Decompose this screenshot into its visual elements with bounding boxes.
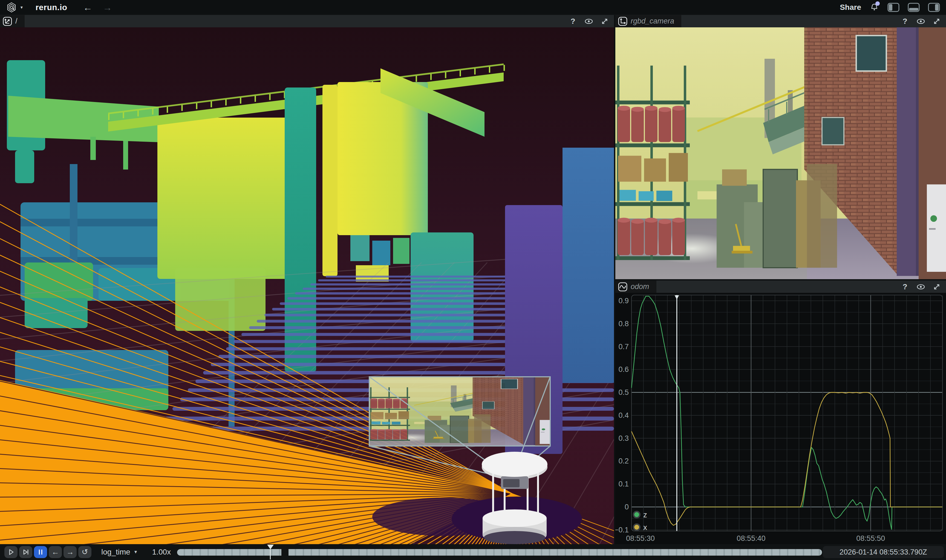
spatial-3d-viewport[interactable] xyxy=(0,27,614,544)
y-tick-label: 0.1 xyxy=(618,480,629,488)
next-time-button[interactable]: → xyxy=(63,546,77,558)
previous-time-button[interactable]: ← xyxy=(49,546,62,558)
timeline-scrubber[interactable] xyxy=(267,545,274,560)
y-tick-label: 0.8 xyxy=(618,320,629,328)
share-button[interactable]: Share xyxy=(840,3,861,12)
toggle-right-panel-button[interactable] xyxy=(928,3,940,12)
spatial-view-panel: / ? xyxy=(0,15,614,544)
step-forward-icon xyxy=(22,548,30,557)
y-tick-label: 0.3 xyxy=(618,434,629,442)
timeline-selector[interactable]: log_time ▼ xyxy=(101,548,138,557)
pause-icon xyxy=(36,548,45,557)
maximize-icon[interactable] xyxy=(600,17,609,26)
spatial-title: / xyxy=(15,17,17,25)
arrow-left-icon: ← xyxy=(51,548,59,556)
scrubber-handle xyxy=(267,545,274,549)
x-tick-label: 08:55:50 xyxy=(856,534,885,543)
help-icon[interactable]: ? xyxy=(568,17,577,26)
legend-swatch-x[interactable] xyxy=(634,524,640,531)
legend-label-x[interactable]: x xyxy=(643,523,647,532)
tab-spatial-root[interactable]: / xyxy=(0,15,25,27)
maximize-icon[interactable] xyxy=(932,17,941,26)
timeline-track[interactable] xyxy=(177,549,822,555)
camera-panel: rgbd_camera ? xyxy=(615,15,946,279)
spatial-tabbar: / ? xyxy=(0,15,614,27)
visibility-eye-icon[interactable] xyxy=(585,17,593,26)
y-tick-label: 0.5 xyxy=(618,388,629,397)
loop-icon: ↺ xyxy=(82,548,88,556)
back-arrow-icon[interactable]: ← xyxy=(80,3,95,12)
y-tick-label: 0.7 xyxy=(618,343,629,351)
help-icon[interactable]: ? xyxy=(901,283,909,291)
legend-label-z[interactable]: z xyxy=(643,511,647,519)
camera-image-viewport[interactable] xyxy=(615,27,946,279)
plot-grid xyxy=(631,295,943,531)
pause-button[interactable] xyxy=(34,546,47,558)
playback-speed[interactable]: 1.00x xyxy=(152,548,171,557)
y-tick-label: 0 xyxy=(625,503,629,511)
toggle-left-panel-button[interactable] xyxy=(887,3,900,12)
image-view-icon xyxy=(618,17,627,26)
plot-legend: zx xyxy=(634,511,647,532)
camera-title: rgbd_camera xyxy=(631,17,674,25)
chevron-down-icon: ▼ xyxy=(20,5,23,9)
app-title: rerun.io xyxy=(35,3,67,12)
maximize-icon[interactable] xyxy=(932,283,941,291)
y-tick-label: −0.1 xyxy=(615,526,629,534)
play-icon xyxy=(6,548,15,557)
notification-dot xyxy=(875,2,880,6)
odom-plot-area[interactable]: 0.90.80.70.60.50.40.30.20.10−0.108:55:30… xyxy=(615,293,946,544)
rgbd-camera-image xyxy=(615,27,946,279)
loop-button[interactable]: ↺ xyxy=(78,546,91,558)
visibility-eye-icon[interactable] xyxy=(917,283,925,291)
tab-rgbd-camera[interactable]: rgbd_camera xyxy=(615,15,681,27)
x-tick-label: 08:55:30 xyxy=(626,534,655,543)
arrow-right-icon: → xyxy=(66,548,74,556)
timeline-name: log_time xyxy=(101,548,130,557)
current-timestamp[interactable]: 2026-01-14 08:55:33.790Z xyxy=(823,546,944,558)
legend-swatch-z[interactable] xyxy=(634,512,640,518)
visibility-eye-icon[interactable] xyxy=(917,17,925,26)
tab-odom[interactable]: odom xyxy=(615,280,656,293)
step-forward-button[interactable] xyxy=(19,546,32,558)
timeline-track-gap xyxy=(281,548,289,557)
forward-arrow-icon[interactable]: → xyxy=(100,3,115,12)
plot-title: odom xyxy=(631,283,649,291)
y-tick-label: 0.9 xyxy=(618,297,629,305)
top-bar: ▼ rerun.io ← → Share xyxy=(0,0,946,15)
timeseries-view-icon xyxy=(618,282,627,291)
rerun-logo[interactable]: ▼ xyxy=(6,2,23,13)
camera-tabbar: rgbd_camera ? xyxy=(615,15,946,27)
spatial-view-icon xyxy=(3,17,12,26)
plot-panel: odom ? 0.90.80.70.60.50.40.30.20.10−0.10… xyxy=(615,280,946,544)
plot-tabbar: odom ? xyxy=(615,280,946,293)
y-tick-label: 0.2 xyxy=(618,457,629,465)
time-cursor-handle xyxy=(675,295,679,299)
scrubber-line xyxy=(270,549,271,560)
help-icon[interactable]: ? xyxy=(901,17,909,26)
notifications-button[interactable] xyxy=(869,3,879,12)
toggle-bottom-panel-button[interactable] xyxy=(908,3,920,12)
y-tick-label: 0.6 xyxy=(618,365,629,374)
play-button[interactable] xyxy=(5,546,17,558)
chevron-down-icon: ▼ xyxy=(134,549,138,555)
camera-inset-image xyxy=(369,377,550,446)
y-tick-label: 0.4 xyxy=(618,411,629,420)
x-tick-label: 08:55:40 xyxy=(737,534,765,543)
